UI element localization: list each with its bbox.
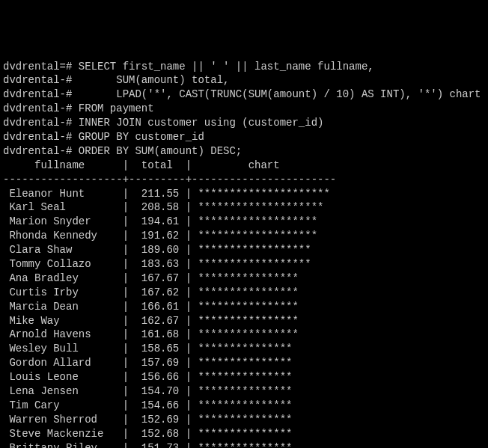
sql-line-4: dvdrental-# FROM payment [3, 102, 485, 116]
sql-text: FROM payment [72, 102, 153, 114]
table-body: Eleanor Hunt | 211.55 | ****************… [3, 187, 485, 448]
prompt: dvdrental-# [3, 88, 72, 100]
table-row: Brittany Riley | 151.73 | **************… [3, 441, 485, 448]
prompt: dvdrental-# [3, 117, 72, 129]
table-row: Marcia Dean | 166.61 | **************** [3, 300, 485, 314]
table-row: Lena Jensen | 154.70 | *************** [3, 384, 485, 399]
table-row: Rhonda Kennedy | 191.62 | **************… [3, 229, 485, 243]
table-row: Tim Cary | 154.66 | *************** [3, 399, 485, 413]
table-row: Tommy Collazo | 183.63 | ***************… [3, 257, 485, 271]
prompt: dvdrental=# [3, 61, 72, 73]
table-divider: -------------------+---------+----------… [3, 173, 485, 187]
table-row: Clara Shaw | 189.60 | ****************** [3, 243, 485, 257]
prompt: dvdrental-# [3, 145, 72, 157]
table-row: Karl Seal | 208.58 | *******************… [3, 200, 485, 215]
sql-line-2: dvdrental-# SUM(amount) total, [3, 73, 485, 88]
table-row: Warren Sherrod | 152.69 | **************… [3, 413, 485, 427]
table-row: Ana Bradley | 167.67 | **************** [3, 271, 485, 286]
sql-line-1: dvdrental=# SELECT first_name || ' ' || … [3, 60, 485, 74]
table-row: Marion Snyder | 194.61 | ***************… [3, 215, 485, 229]
sql-text: INNER JOIN customer using (customer_id) [72, 117, 323, 129]
table-row: Gordon Allard | 157.69 | *************** [3, 356, 485, 370]
sql-text: LPAD('*', CAST(TRUNC(SUM(amount) / 10) A… [72, 88, 481, 100]
sql-text: ORDER BY SUM(amount) DESC; [72, 145, 242, 157]
sql-text: SELECT first_name || ' ' || last_name fu… [72, 61, 373, 73]
table-row: Mike Way | 162.67 | **************** [3, 314, 485, 328]
prompt: dvdrental-# [3, 74, 72, 86]
terminal-output: dvdrental=# SELECT first_name || ' ' || … [3, 60, 485, 448]
table-row: Arnold Havens | 161.68 | ***************… [3, 328, 485, 342]
sql-line-3: dvdrental-# LPAD('*', CAST(TRUNC(SUM(amo… [3, 88, 485, 102]
prompt: dvdrental-# [3, 102, 72, 114]
table-row: Wesley Bull | 158.65 | *************** [3, 342, 485, 356]
sql-line-7: dvdrental-# ORDER BY SUM(amount) DESC; [3, 144, 485, 159]
sql-line-6: dvdrental-# GROUP BY customer_id [3, 130, 485, 144]
table-row: Steve Mackenzie | 152.68 | *************… [3, 427, 485, 441]
sql-text: SUM(amount) total, [72, 74, 229, 86]
table-row: Louis Leone | 156.66 | *************** [3, 370, 485, 384]
table-row: Curtis Irby | 167.62 | **************** [3, 286, 485, 300]
table-header: fullname | total | chart [3, 159, 485, 173]
table-row: Eleanor Hunt | 211.55 | ****************… [3, 187, 485, 201]
sql-text: GROUP BY customer_id [72, 131, 204, 143]
sql-line-5: dvdrental-# INNER JOIN customer using (c… [3, 116, 485, 130]
prompt: dvdrental-# [3, 131, 72, 143]
